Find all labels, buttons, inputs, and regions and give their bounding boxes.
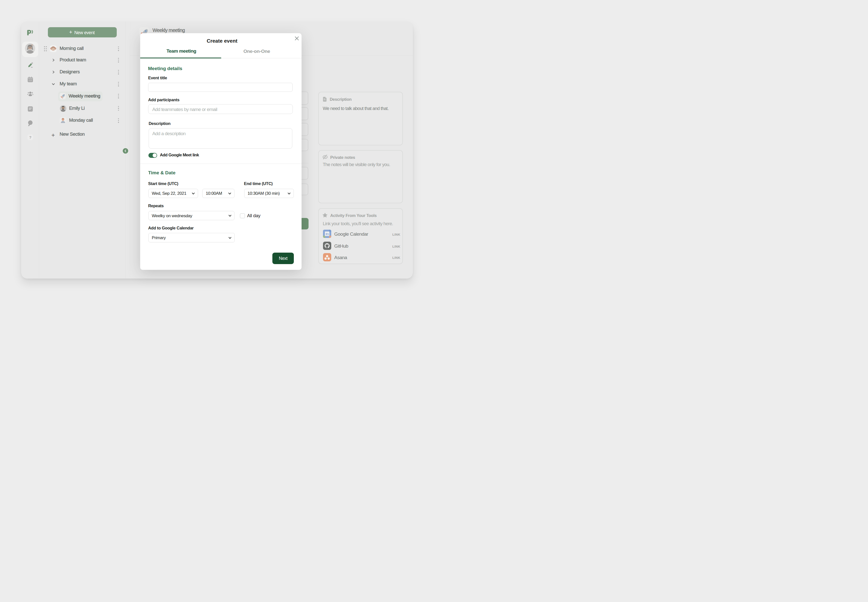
- svg-text:31: 31: [326, 232, 329, 236]
